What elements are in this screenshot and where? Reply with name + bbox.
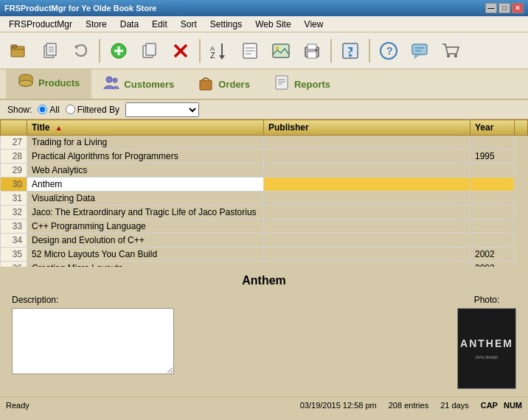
orders-tab[interactable]: Orders [186,69,262,99]
table-row[interactable]: 28Practical Algorithms for Programmers19… [1,150,528,164]
filtered-label: Filtered By [77,105,119,115]
toolbar-sep-3 [330,39,332,63]
status-num: NUM [504,401,522,410]
table-row[interactable]: 32Jaco: The Extraordinary and Tragic Lif… [1,206,528,220]
row-publisher [264,150,470,164]
orders-tab-label: Orders [218,79,250,90]
svg-rect-26 [308,52,316,58]
year-column-header[interactable]: Year [470,120,515,136]
all-label: All [49,105,59,115]
row-title[interactable]: 52 Micro Layouts You Can Build [27,248,264,262]
maximize-button[interactable]: □ [499,3,510,13]
report-button[interactable] [236,37,264,65]
svg-point-24 [276,46,279,49]
sort-arrow: ▲ [55,124,63,132]
svg-rect-1 [11,45,17,48]
table-row[interactable]: 30 [1,178,528,192]
record-title: Anthem [12,274,516,287]
table-row[interactable]: 36Creating Micro Layouts...2002 [1,262,528,267]
row-title[interactable]: Jaco: The Extraordinary and Tragic Life … [27,206,264,220]
row-id: 34 [1,234,27,248]
products-icon [18,73,34,93]
row-title[interactable]: Creating Micro Layouts... [27,262,264,267]
table-body: 27Trading for a Living28Practical Algori… [1,136,528,267]
menu-sort[interactable]: Sort [175,18,203,31]
title-bar: FRSProductMgr for Ye Olde Book Store — □… [0,0,528,16]
table-row[interactable]: 34Design and Evolution of C++ [1,234,528,248]
book-cover: ANTHEM AYN RAND [463,312,511,385]
svg-marker-18 [219,55,225,60]
book-cover-title: ANTHEM [460,337,513,349]
row-title[interactable]: Web Analytics [27,164,264,178]
row-title[interactable]: Visualizing Data [27,192,264,206]
publisher-column-header[interactable]: Publisher [264,120,470,136]
customers-tab[interactable]: Customers [91,69,186,99]
reports-tab[interactable]: Reports [262,69,342,99]
description-textarea[interactable] [12,308,174,374]
menu-frsproductmgr[interactable]: FRSProductMgr [3,18,78,31]
menu-edit[interactable]: Edit [146,18,173,31]
row-id: 30 [1,178,27,192]
table-row[interactable]: 27Trading for a Living [1,136,528,150]
row-publisher [264,262,470,267]
products-tab[interactable]: Products [6,69,91,99]
table-scroll[interactable]: Title ▲ Publisher Year 27Trading for a L… [0,119,528,267]
minimize-button[interactable]: — [485,3,497,13]
close-button[interactable]: ✕ [512,3,524,13]
duplicate-button[interactable] [136,37,164,65]
all-radio[interactable] [38,105,47,114]
menu-website[interactable]: Web Site [249,18,296,31]
menu-data[interactable]: Data [114,18,145,31]
row-title[interactable]: Trading for a Living [27,136,264,150]
row-publisher [264,136,470,150]
image-button[interactable] [267,37,295,65]
undo-button[interactable] [66,37,94,65]
row-year: 2002 [470,262,515,267]
svg-text:?: ? [386,45,393,57]
photo-label: Photo: [474,295,500,305]
table-row[interactable]: 33C++ Programming Language [1,220,528,234]
add-button[interactable] [105,37,133,65]
title-inline-edit[interactable] [32,179,259,189]
help-button[interactable]: ? [375,37,403,65]
spacer [235,295,442,389]
row-title[interactable]: C++ Programming Language [27,220,264,234]
cart-button[interactable] [437,37,465,65]
menu-store[interactable]: Store [80,18,113,31]
table-row[interactable]: 29Web Analytics [1,164,528,178]
svg-point-41 [19,80,32,86]
row-year [470,206,515,220]
all-radio-label[interactable]: All [38,105,59,115]
menu-view[interactable]: View [299,18,330,31]
reports-icon [274,74,290,94]
window-controls: — □ ✕ [485,3,524,13]
row-title[interactable]: Practical Algorithms for Programmers [27,150,264,164]
toolbar-sep-2 [199,39,201,63]
sort-button[interactable]: A Z [205,37,233,65]
row-id: 32 [1,206,27,220]
delete-button[interactable] [167,37,195,65]
row-title[interactable]: Design and Evolution of C++ [27,234,264,248]
window-title: FRSProductMgr for Ye Olde Book Store [4,4,156,13]
chat-button[interactable] [406,37,434,65]
row-publisher [264,178,470,192]
table-row[interactable]: 31Visualizing Data [1,192,528,206]
title-column-header[interactable]: Title ▲ [27,120,264,136]
table-row[interactable]: 3552 Micro Layouts You Can Build2002 [1,248,528,262]
row-id: 31 [1,192,27,206]
row-publisher [264,206,470,220]
row-title[interactable] [27,178,264,192]
filtered-radio[interactable] [66,105,75,114]
filtered-radio-label[interactable]: Filtered By [66,105,119,115]
svg-point-39 [454,55,457,57]
export-button[interactable] [336,37,364,65]
menu-settings[interactable]: Settings [204,18,248,31]
copy-button[interactable] [35,37,63,65]
description-section: Description: [12,295,220,389]
open-button[interactable] [4,37,32,65]
svg-marker-7 [74,45,77,49]
filter-dropdown[interactable] [125,102,199,117]
detail-section: Anthem Description: Photo: ANTHEM AYN RA… [0,267,528,396]
print-button[interactable] [298,37,326,65]
scroll-header [515,120,528,136]
